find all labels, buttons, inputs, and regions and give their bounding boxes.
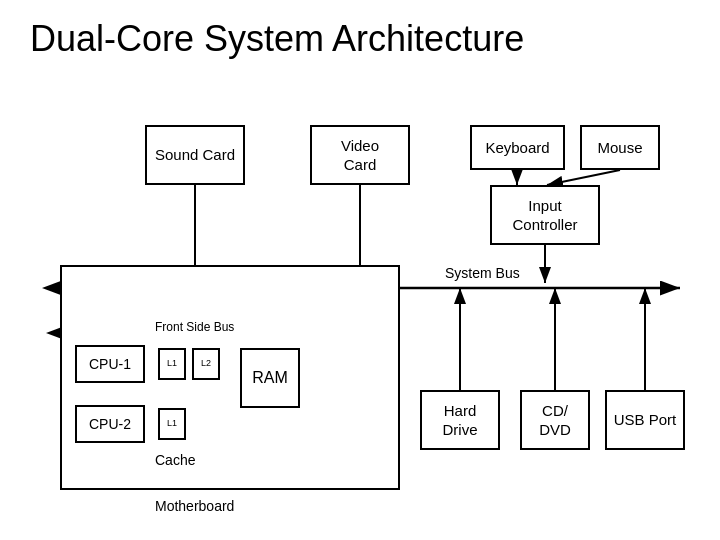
ram-label: RAM xyxy=(252,368,288,389)
cpu1-box: CPU-1 xyxy=(75,345,145,383)
cd-dvd-box: CD/DVD xyxy=(520,390,590,450)
video-card-label: VideoCard xyxy=(341,136,379,175)
cache-l1c-label: L1 xyxy=(167,418,177,430)
cpu2-label: CPU-2 xyxy=(89,415,131,433)
ram-box: RAM xyxy=(240,348,300,408)
keyboard-label: Keyboard xyxy=(485,138,549,158)
usb-port-label: USB Port xyxy=(614,410,677,430)
hard-drive-box: HardDrive xyxy=(420,390,500,450)
keyboard-box: Keyboard xyxy=(470,125,565,170)
cache-l2-box: L2 xyxy=(192,348,220,380)
svg-line-7 xyxy=(547,170,620,185)
cache-l1a-label: L1 xyxy=(167,358,177,370)
usb-port-box: USB Port xyxy=(605,390,685,450)
input-controller-box: InputController xyxy=(490,185,600,245)
video-card-box: VideoCard xyxy=(310,125,410,185)
system-bus-label: System Bus xyxy=(445,265,520,281)
input-controller-label: InputController xyxy=(512,196,577,235)
mouse-box: Mouse xyxy=(580,125,660,170)
cache-label: Cache xyxy=(155,452,195,468)
cpu1-label: CPU-1 xyxy=(89,355,131,373)
sound-card-box: Sound Card xyxy=(145,125,245,185)
sound-card-label: Sound Card xyxy=(155,145,235,165)
mouse-label: Mouse xyxy=(597,138,642,158)
hard-drive-label: HardDrive xyxy=(442,401,477,440)
cd-dvd-label: CD/DVD xyxy=(539,401,571,440)
front-side-bus-label: Front Side Bus xyxy=(155,320,234,334)
page-title: Dual-Core System Architecture xyxy=(0,0,720,70)
cpu2-box: CPU-2 xyxy=(75,405,145,443)
cache-l1c-box: L1 xyxy=(158,408,186,440)
motherboard-label: Motherboard xyxy=(155,498,234,514)
cache-l1a-box: L1 xyxy=(158,348,186,380)
cache-l2-label: L2 xyxy=(201,358,211,370)
diagram: Sound Card VideoCard Keyboard Mouse Inpu… xyxy=(0,70,720,540)
